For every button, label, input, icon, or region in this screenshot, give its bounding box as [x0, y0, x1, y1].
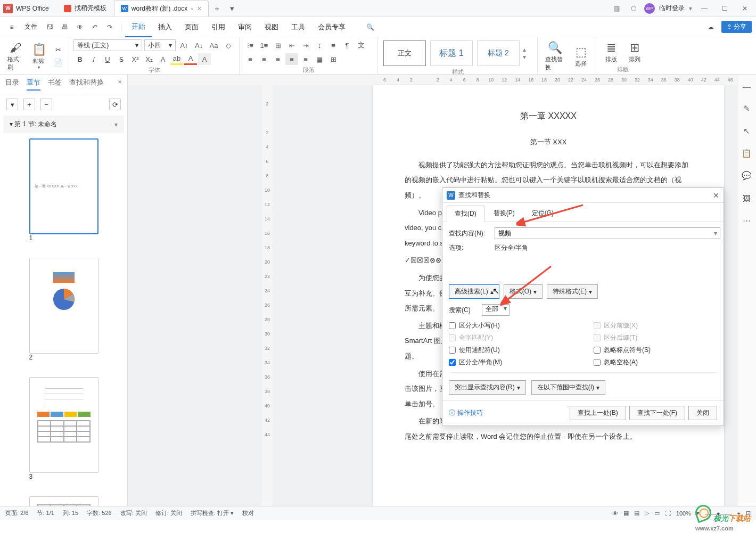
undo-icon[interactable]: ↶ — [87, 20, 102, 35]
layout-icon[interactable]: ▥ — [610, 2, 623, 15]
check-space[interactable]: 忽略空格(A) — [594, 358, 717, 367]
font-color-icon[interactable]: A — [184, 53, 197, 65]
paste-button[interactable]: 📋粘贴▾ — [28, 41, 50, 71]
menu-ref[interactable]: 引用 — [205, 17, 232, 37]
style-h2[interactable]: 标题 2 — [477, 40, 520, 66]
chat-icon[interactable]: 💬 — [741, 169, 753, 182]
style-h1[interactable]: 标题 1 — [430, 40, 473, 66]
read-view-icon[interactable]: ▭ — [654, 510, 660, 517]
menu-view[interactable]: 视图 — [258, 17, 285, 37]
share-button[interactable]: ⇪ 分享 — [721, 21, 752, 33]
status-proof[interactable]: 校对 — [242, 509, 254, 517]
borders-icon[interactable]: ⊞ — [327, 53, 340, 65]
font-size-select[interactable]: 小四▾ — [144, 39, 176, 51]
italic-icon[interactable]: I — [87, 53, 100, 65]
print-icon[interactable]: 🖶 — [57, 20, 72, 35]
char-shading-icon[interactable]: A — [198, 53, 211, 65]
page-thumb-2[interactable] — [29, 258, 98, 354]
close-icon[interactable]: ✕ — [713, 191, 719, 200]
nav-tab-toc[interactable]: 目录 — [5, 78, 19, 91]
line-spacing-icon[interactable]: ≡ — [327, 39, 340, 51]
arrange-button[interactable]: ≣排版 — [601, 39, 622, 64]
style-normal[interactable]: 正文 — [383, 40, 426, 66]
underline-icon[interactable]: U — [101, 53, 114, 65]
copy-icon[interactable]: 📄 — [52, 56, 64, 68]
find-input[interactable] — [495, 227, 720, 239]
cut-icon[interactable]: ✂ — [52, 44, 64, 55]
status-words[interactable]: 字数: 526 — [87, 509, 111, 517]
section-item[interactable]: ▾ 第 1 节: 未命名▾ — [3, 116, 124, 133]
page-thumb-4[interactable] — [29, 496, 98, 506]
format-button[interactable]: 格式(O) ▾ — [504, 284, 543, 299]
format-painter-button[interactable]: 🖌格式刷 — [4, 39, 26, 72]
status-revise[interactable]: 修订: 关闭 — [155, 509, 182, 517]
add-button[interactable]: + — [23, 99, 35, 110]
page-view-icon[interactable]: ▤ — [634, 510, 639, 517]
status-section[interactable]: 节: 1/1 — [37, 509, 54, 517]
ruler-horizontal[interactable]: 6422468101214161820222426283032343638404… — [128, 75, 737, 85]
find-replace-button[interactable]: 🔍查找替换 — [542, 39, 568, 72]
login-status[interactable]: 临时登录 — [659, 4, 685, 13]
zoom-display[interactable]: 100% — [676, 510, 691, 517]
check-case[interactable]: 区分大小写(H) — [449, 321, 572, 330]
nav-tab-sections[interactable]: 章节 — [27, 78, 40, 91]
decrease-font-icon[interactable]: A↓ — [193, 39, 206, 51]
redo-icon[interactable]: ↷ — [102, 20, 117, 35]
increase-indent-icon[interactable]: ⇥ — [299, 39, 312, 51]
tab-replace[interactable]: 替换(P) — [486, 205, 523, 222]
play-icon[interactable]: ▷ — [645, 510, 649, 517]
status-page[interactable]: 页面: 2/6 — [5, 509, 28, 517]
avatar[interactable]: WP — [644, 3, 655, 14]
superscript-icon[interactable]: X² — [129, 53, 142, 65]
eye-icon[interactable]: 👁 — [612, 510, 618, 517]
status-spell[interactable]: 拼写检查: 打开 ▾ — [191, 509, 234, 517]
find-prev-button[interactable]: 查找上一处(B) — [570, 406, 626, 420]
font-name-select[interactable]: 等线 (正文)▾ — [73, 39, 142, 51]
page-thumb-1[interactable]: 第一章 XXXXX 第一节 XXX — [29, 138, 98, 234]
number-list-icon[interactable]: 1≡ — [258, 39, 270, 51]
search-icon[interactable]: 🔍 — [363, 20, 377, 35]
menu-review[interactable]: 审阅 — [232, 17, 258, 37]
pen-icon[interactable]: ✎ — [741, 102, 753, 115]
maximize-button[interactable]: ☐ — [717, 3, 733, 14]
save-icon[interactable]: 🖫 — [43, 20, 57, 35]
check-width[interactable]: 区分全/半角(M) — [449, 358, 572, 367]
highlight-button[interactable]: 突出显示查找内容(R) ▾ — [449, 380, 526, 395]
sort-icon[interactable]: ↕ — [313, 39, 326, 51]
menu-tools[interactable]: 工具 — [285, 17, 311, 37]
multilevel-icon[interactable]: ⊞ — [272, 39, 284, 51]
clear-format-icon[interactable]: ◇ — [222, 39, 235, 51]
find-in-button[interactable]: 在以下范围中查找(I) ▾ — [531, 380, 605, 395]
align-justify-icon[interactable]: ≡ — [285, 53, 298, 65]
fullscreen-icon[interactable]: ⛶ — [665, 510, 671, 517]
minus-icon[interactable]: — — [741, 80, 753, 93]
nav-tab-bookmarks[interactable]: 书签 — [48, 78, 62, 91]
increase-font-icon[interactable]: A↑ — [178, 39, 191, 51]
menu-member[interactable]: 会员专享 — [311, 17, 352, 37]
minimize-button[interactable]: — — [696, 3, 712, 14]
tab-list-button[interactable]: ▾ — [225, 4, 240, 13]
close-button[interactable]: 关闭 — [688, 406, 717, 420]
clipboard-icon[interactable]: 📋 — [741, 147, 753, 160]
find-next-button[interactable]: 查找下一处(F) — [629, 406, 685, 420]
new-tab-button[interactable]: + — [210, 4, 225, 13]
show-marks-icon[interactable]: ¶ — [341, 39, 354, 51]
menu-page[interactable]: 页面 — [178, 17, 205, 37]
menu-icon[interactable]: ≡ — [4, 20, 19, 35]
nav-tab-find[interactable]: 查找和替换 — [69, 78, 104, 91]
menu-insert[interactable]: 插入 — [152, 17, 178, 37]
tab-document[interactable]: W word教程 (新) .docx ▫ × — [114, 1, 209, 17]
tab-template[interactable]: 找稻壳模板 — [57, 1, 113, 17]
decrease-indent-icon[interactable]: ⇤ — [285, 39, 298, 51]
check-punct[interactable]: 忽略标点符号(S) — [594, 346, 717, 355]
advanced-search-button[interactable]: 高级搜索(L) ▴ — [449, 284, 499, 299]
close-icon[interactable]: × — [197, 4, 201, 13]
menu-start[interactable]: 开始 — [125, 17, 152, 37]
file-menu[interactable]: 文件 — [24, 22, 37, 31]
shading-icon[interactable]: ▦ — [313, 53, 326, 65]
ruler-vertical[interactable]: 2246810121416182022242628303234363840424… — [262, 85, 273, 506]
text-effect-icon[interactable]: A — [157, 53, 169, 65]
highlight-icon[interactable]: ab — [170, 53, 183, 65]
cursor-icon[interactable]: ↖ — [741, 125, 753, 137]
close-icon[interactable]: × — [118, 78, 122, 91]
